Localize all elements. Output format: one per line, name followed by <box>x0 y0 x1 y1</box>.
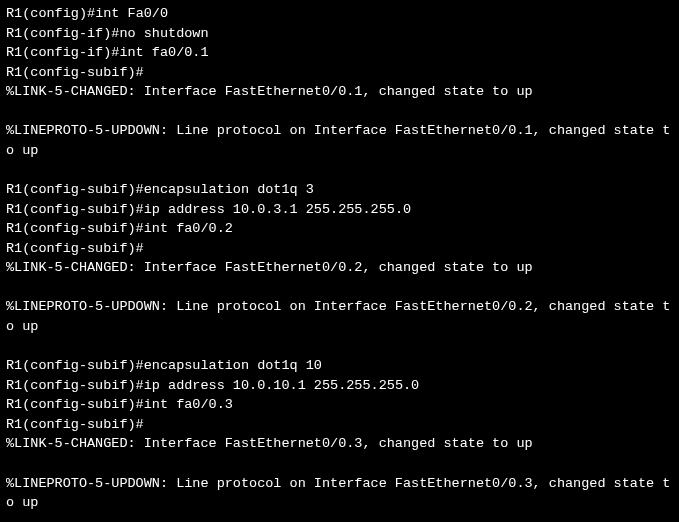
cli-command: encapsulation dot1q 3 <box>144 182 314 197</box>
terminal-output[interactable]: R1(config)#int Fa0/0R1(config-if)#no shu… <box>6 4 673 522</box>
cli-command: no shutdown <box>119 26 208 41</box>
cli-command: ip address 10.0.10.1 255.255.255.0 <box>144 378 419 393</box>
cli-prompt: R1(config)# <box>6 6 95 21</box>
terminal-line: %LINEPROTO-5-UPDOWN: Line protocol on In… <box>6 297 673 336</box>
cli-prompt: R1(config-subif)# <box>6 378 144 393</box>
cli-prompt: R1(config-subif)# <box>6 182 144 197</box>
terminal-line <box>6 278 673 298</box>
cli-prompt: R1(config-subif)# <box>6 358 144 373</box>
cli-command: int Fa0/0 <box>95 6 168 21</box>
terminal-line: R1(config-subif)#encapsulation dot1q 10 <box>6 356 673 376</box>
cli-output-text: %LINEPROTO-5-UPDOWN: Line protocol on In… <box>6 123 670 158</box>
cli-prompt: R1(config-subif)# <box>6 241 144 256</box>
cli-prompt: R1(config-if)# <box>6 45 119 60</box>
terminal-line: %LINK-5-CHANGED: Interface FastEthernet0… <box>6 258 673 278</box>
terminal-line: R1(config-subif)#int fa0/0.2 <box>6 219 673 239</box>
cli-prompt: R1(config-subif)# <box>6 65 144 80</box>
cli-command: ip address 10.0.3.1 255.255.255.0 <box>144 202 411 217</box>
cli-output-text: %LINK-5-CHANGED: Interface FastEthernet0… <box>6 84 533 99</box>
cli-output-text: %LINEPROTO-5-UPDOWN: Line protocol on In… <box>6 476 670 511</box>
terminal-line: R1(config-subif)# <box>6 63 673 83</box>
terminal-line: %LINEPROTO-5-UPDOWN: Line protocol on In… <box>6 474 673 513</box>
terminal-line: R1(config-subif)#encapsulation dot1q 3 <box>6 180 673 200</box>
terminal-line: R1(config-if)#int fa0/0.1 <box>6 43 673 63</box>
terminal-line: %LINEPROTO-5-UPDOWN: Line protocol on In… <box>6 121 673 160</box>
terminal-line: R1(config)#int Fa0/0 <box>6 4 673 24</box>
terminal-line <box>6 102 673 122</box>
terminal-line: %LINK-5-CHANGED: Interface FastEthernet0… <box>6 82 673 102</box>
cli-output-text: %LINK-5-CHANGED: Interface FastEthernet0… <box>6 436 533 451</box>
terminal-line: R1(config-subif)#ip address 10.0.10.1 25… <box>6 376 673 396</box>
terminal-line: R1(config-subif)#int fa0/0.3 <box>6 395 673 415</box>
cli-output-text: %LINK-5-CHANGED: Interface FastEthernet0… <box>6 260 533 275</box>
cli-prompt: R1(config-subif)# <box>6 202 144 217</box>
terminal-line <box>6 513 673 522</box>
cli-prompt: R1(config-subif)# <box>6 417 144 432</box>
terminal-line <box>6 454 673 474</box>
cli-prompt: R1(config-if)# <box>6 26 119 41</box>
terminal-line: %LINK-5-CHANGED: Interface FastEthernet0… <box>6 434 673 454</box>
terminal-line: R1(config-subif)#ip address 10.0.3.1 255… <box>6 200 673 220</box>
cli-command: encapsulation dot1q 10 <box>144 358 322 373</box>
cli-command: int fa0/0.3 <box>144 397 233 412</box>
cli-prompt: R1(config-subif)# <box>6 397 144 412</box>
cli-command: int fa0/0.1 <box>119 45 208 60</box>
terminal-line: R1(config-if)#no shutdown <box>6 24 673 44</box>
terminal-line <box>6 337 673 357</box>
cli-command: int fa0/0.2 <box>144 221 233 236</box>
cli-output-text: %LINEPROTO-5-UPDOWN: Line protocol on In… <box>6 299 670 334</box>
cli-prompt: R1(config-subif)# <box>6 221 144 236</box>
terminal-line <box>6 161 673 181</box>
terminal-line: R1(config-subif)# <box>6 415 673 435</box>
terminal-line: R1(config-subif)# <box>6 239 673 259</box>
